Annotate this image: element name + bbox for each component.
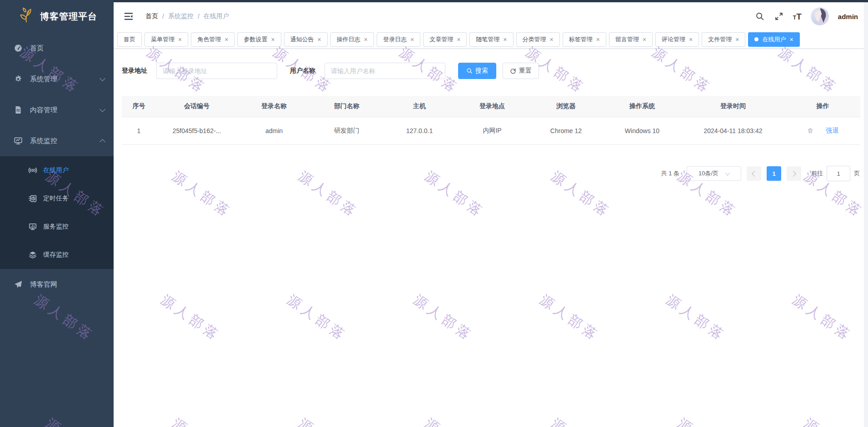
- chevron-down-icon: [100, 106, 105, 112]
- close-icon[interactable]: ×: [643, 36, 646, 43]
- tab-label: 参数设置: [244, 35, 267, 44]
- tab-item[interactable]: 登录日志×: [377, 32, 420, 47]
- tab-item[interactable]: 操作日志×: [330, 32, 374, 47]
- page-size-select[interactable]: 10条/页: [687, 166, 741, 181]
- goto-page: 前往 页: [811, 166, 860, 181]
- tab-item[interactable]: 随笔管理×: [469, 32, 513, 47]
- login-address-input[interactable]: [156, 63, 277, 79]
- chevron-up-icon: [100, 139, 105, 145]
- gear-icon: [14, 74, 23, 84]
- tab-item[interactable]: 文章管理×: [423, 32, 467, 47]
- tab-item[interactable]: 评论管理×: [655, 32, 699, 47]
- avatar[interactable]: [811, 7, 829, 25]
- close-icon[interactable]: ×: [318, 36, 321, 43]
- tab-label: 留言管理: [615, 35, 639, 44]
- table-body: 125f045f5-b162-...admin研发部门127.0.0.1内网IP…: [122, 117, 860, 145]
- tabs-bar: 首页菜单管理×角色管理×参数设置×通知公告×操作日志×登录日志×文章管理×随笔管…: [114, 30, 868, 49]
- tab-item[interactable]: 通知公告×: [284, 32, 328, 47]
- tab-label: 登录日志: [383, 35, 407, 44]
- tab-item[interactable]: 标签管理×: [563, 32, 606, 47]
- sidebar-item-label: 博客官网: [30, 280, 57, 289]
- sidebar-collapse-icon[interactable]: [124, 11, 135, 22]
- tab-item[interactable]: 留言管理×: [609, 32, 653, 47]
- reset-button[interactable]: 重置: [503, 63, 539, 79]
- force-logout-button[interactable]: 强退: [807, 126, 838, 135]
- page-size-value: 10条/页: [698, 169, 718, 178]
- tab-label: 在线用户: [762, 35, 786, 44]
- header: 首页/系统监控/在线用户 TT: [114, 2, 868, 30]
- tab-item[interactable]: 参数设置×: [237, 32, 281, 47]
- timer-icon: [28, 194, 37, 203]
- tab-item[interactable]: 分类管理×: [516, 32, 560, 47]
- tab-item[interactable]: 角色管理×: [191, 32, 234, 47]
- sidebar-submenu-system-monitor: 在线用户定时任务服务监控缓存监控: [0, 156, 114, 269]
- online-users-icon: [28, 166, 37, 175]
- scrollbar-track[interactable]: [864, 2, 868, 427]
- sidebar-item-online-users[interactable]: 在线用户: [0, 156, 114, 184]
- goto-page-input[interactable]: [827, 166, 850, 181]
- close-icon[interactable]: ×: [735, 36, 739, 43]
- close-icon[interactable]: ×: [410, 36, 414, 43]
- online-users-table: 序号会话编号登录名称部门名称主机登录地点浏览器操作系统登录时间操作 125f04…: [122, 96, 860, 145]
- table-header-cell: 会话编号: [156, 96, 238, 117]
- tab-label: 菜单管理: [151, 35, 175, 44]
- paper-plane-icon: [14, 280, 23, 289]
- table-header-cell: 登录地点: [456, 96, 529, 117]
- sidebar-item-scheduled-jobs[interactable]: 定时任务: [0, 184, 114, 213]
- sidebar-item-home[interactable]: 首页: [0, 33, 114, 64]
- next-page-button[interactable]: [787, 166, 801, 181]
- tab-item[interactable]: 菜单管理×: [145, 32, 188, 47]
- close-icon[interactable]: ×: [596, 36, 600, 43]
- sidebar-item-server-monitor[interactable]: 服务监控: [0, 213, 114, 241]
- breadcrumb-item[interactable]: 首页: [145, 12, 158, 20]
- sidebar-item-system-monitor[interactable]: 系统监控: [0, 125, 114, 156]
- breadcrumb: 首页/系统监控/在线用户: [145, 12, 229, 20]
- tab-label: 分类管理: [523, 35, 546, 44]
- tab-label: 随笔管理: [476, 35, 499, 44]
- search-button[interactable]: 搜索: [458, 63, 496, 79]
- close-icon[interactable]: ×: [789, 36, 793, 43]
- sidebar-item-label: 定时任务: [43, 194, 69, 203]
- close-icon[interactable]: ×: [364, 36, 368, 43]
- user-name-input[interactable]: [324, 63, 445, 79]
- chevron-right-icon: [790, 171, 796, 177]
- sidebar-menu: 首页系统管理内容管理系统监控在线用户定时任务服务监控缓存监控博客官网: [0, 33, 114, 300]
- table-cell: 2024-04-11 18:03:42: [681, 117, 785, 145]
- table-header-cell: 主机: [383, 96, 456, 117]
- sidebar-item-label: 在线用户: [43, 166, 69, 174]
- fullscreen-icon[interactable]: [774, 11, 784, 21]
- close-icon[interactable]: ×: [271, 36, 274, 43]
- breadcrumb-separator: /: [198, 13, 200, 20]
- username[interactable]: admin: [838, 13, 858, 20]
- tab-label: 文件管理: [708, 35, 732, 44]
- app: 博客管理平台 首页系统管理内容管理系统监控在线用户定时任务服务监控缓存监控博客官…: [0, 0, 868, 427]
- table-cell: 127.0.0.1: [383, 117, 456, 145]
- sidebar: 博客管理平台 首页系统管理内容管理系统监控在线用户定时任务服务监控缓存监控博客官…: [0, 0, 114, 427]
- tab-item[interactable]: 文件管理×: [702, 32, 745, 47]
- sidebar-item-label: 首页: [30, 44, 44, 53]
- sidebar-item-system-manage[interactable]: 系统管理: [0, 64, 114, 94]
- close-icon[interactable]: ×: [689, 36, 693, 43]
- prev-page-button[interactable]: [747, 166, 761, 181]
- close-icon[interactable]: ×: [457, 36, 460, 43]
- tab-item[interactable]: 首页: [117, 32, 142, 47]
- close-icon[interactable]: ×: [224, 36, 228, 43]
- logo-leaf-icon: [16, 6, 35, 27]
- tab-item[interactable]: 在线用户×: [748, 32, 799, 47]
- close-icon[interactable]: ×: [178, 36, 182, 43]
- chevron-left-icon: [752, 171, 758, 177]
- tab-label: 首页: [124, 35, 135, 44]
- chevron-down-icon: [100, 75, 105, 81]
- page-number-button[interactable]: 1: [767, 166, 781, 181]
- sidebar-item-blog-site[interactable]: 博客官网: [0, 269, 114, 300]
- sidebar-item-content-manage[interactable]: 内容管理: [0, 94, 114, 125]
- font-size-icon[interactable]: TT: [793, 12, 802, 21]
- sidebar-item-cache-monitor[interactable]: 缓存监控: [0, 241, 114, 269]
- search-button-label: 搜索: [475, 67, 488, 75]
- close-icon[interactable]: ×: [550, 36, 554, 43]
- sidebar-item-label: 缓存监控: [43, 251, 69, 259]
- table-header-cell: 操作系统: [604, 96, 681, 117]
- close-icon[interactable]: ×: [503, 36, 507, 43]
- table-cell: Windows 10: [604, 117, 681, 145]
- search-icon[interactable]: [755, 11, 765, 21]
